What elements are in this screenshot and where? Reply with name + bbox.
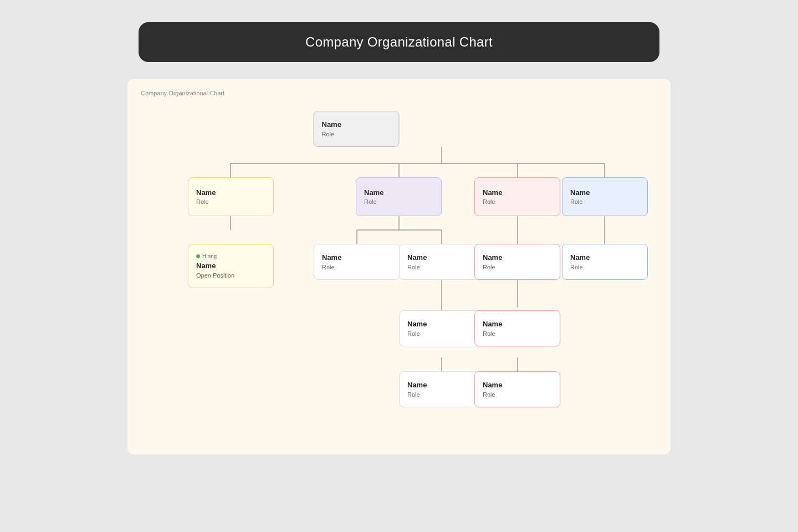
node-root-role: Role <box>322 131 391 137</box>
node-l2-blue1-name: Name <box>570 253 640 263</box>
node-l2-purple1-role: Role <box>322 264 391 270</box>
node-l1-yellow-role: Role <box>196 198 265 205</box>
node-l2-red-1[interactable]: Name Role <box>474 244 560 280</box>
page-title: Company Organizational Chart <box>305 34 493 49</box>
node-l3-red1-role: Role <box>483 330 552 337</box>
node-l2-purple1-name: Name <box>322 253 391 263</box>
node-l2-purple-2[interactable]: Name Role <box>399 244 485 280</box>
node-l1-purple-name: Name <box>364 188 433 198</box>
node-l3-red2-role: Role <box>483 391 552 398</box>
hiring-dot <box>196 254 200 258</box>
node-l1-yellow[interactable]: Name Role <box>188 177 274 216</box>
node-l3-purple-2[interactable]: Name Role <box>399 371 485 407</box>
breadcrumb: Company Organizational Chart <box>141 90 657 96</box>
node-l3-purple1-name: Name <box>407 320 477 329</box>
node-l3-purple2-name: Name <box>407 381 477 390</box>
org-chart: Name Role Name Role Name Role Name Role … <box>141 105 657 438</box>
node-l3-purple1-role: Role <box>407 330 477 337</box>
node-l3-purple-1[interactable]: Name Role <box>399 310 485 346</box>
node-l1-blue-name: Name <box>570 188 640 198</box>
node-l2-purple-1[interactable]: Name Role <box>314 244 400 280</box>
chart-container: Company Organizational Chart <box>127 79 671 454</box>
node-l1-purple-role: Role <box>364 198 433 205</box>
node-root-name: Name <box>322 120 391 130</box>
top-bar: Company Organizational Chart <box>139 22 659 62</box>
node-l3-red1-name: Name <box>483 320 552 329</box>
node-l1-red[interactable]: Name Role <box>474 177 560 216</box>
node-l2-purple2-name: Name <box>407 253 477 263</box>
node-l2-hiring-name: Name <box>196 262 265 271</box>
node-l2-red1-role: Role <box>483 264 552 270</box>
node-l2-blue1-role: Role <box>570 264 640 270</box>
node-l2-hiring[interactable]: Hiring Name Open Position <box>188 244 274 288</box>
node-l3-red2-name: Name <box>483 381 552 390</box>
node-l1-purple[interactable]: Name Role <box>356 177 442 216</box>
node-l3-red-2[interactable]: Name Role <box>474 371 560 407</box>
node-l2-purple2-role: Role <box>407 264 477 270</box>
node-root[interactable]: Name Role <box>314 111 400 147</box>
node-l1-yellow-name: Name <box>196 188 265 198</box>
node-l1-red-role: Role <box>483 198 552 205</box>
node-l2-red1-name: Name <box>483 253 552 263</box>
hiring-label: Hiring <box>202 253 217 259</box>
node-l2-hiring-role: Open Position <box>196 272 265 279</box>
node-l1-red-name: Name <box>483 188 552 198</box>
node-l1-blue-role: Role <box>570 198 640 205</box>
node-l3-purple2-role: Role <box>407 391 477 398</box>
node-l3-red-1[interactable]: Name Role <box>474 310 560 346</box>
hiring-badge: Hiring <box>196 253 265 259</box>
node-l2-blue-1[interactable]: Name Role <box>562 244 648 280</box>
node-l1-blue[interactable]: Name Role <box>562 177 648 216</box>
